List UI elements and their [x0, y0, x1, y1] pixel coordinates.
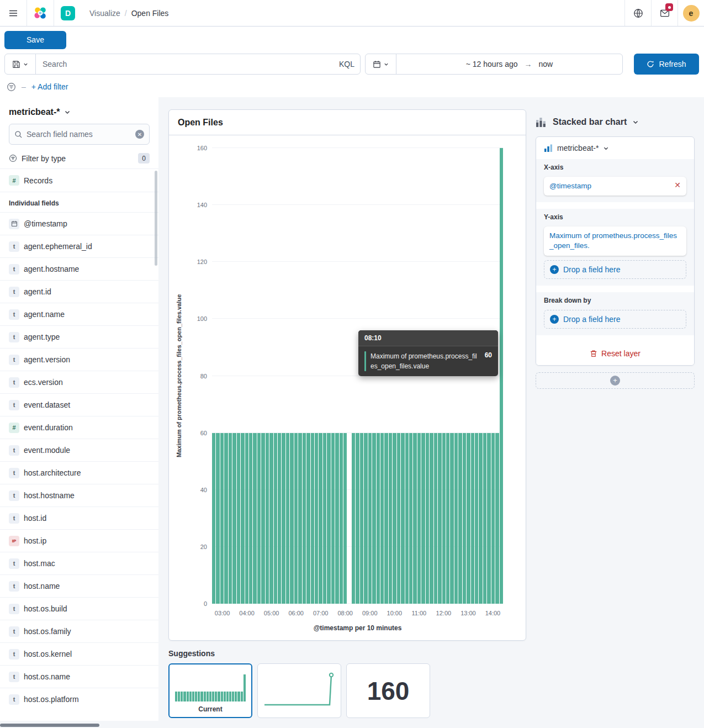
add-layer-button[interactable]: +	[610, 376, 620, 386]
bar-03:10[interactable]	[224, 433, 227, 604]
bar-04:30[interactable]	[257, 433, 261, 604]
records-field[interactable]: # Records	[0, 168, 158, 192]
bar-14:00[interactable]	[491, 433, 495, 604]
bar-06:10[interactable]	[298, 433, 301, 604]
field-item-agent.id[interactable]: tagent.id	[0, 280, 158, 303]
bar-05:50[interactable]	[290, 433, 293, 604]
bar-10:00[interactable]	[393, 433, 396, 604]
bar-03:30[interactable]	[232, 433, 236, 604]
time-range-start[interactable]: ~ 12 hours ago	[466, 60, 518, 68]
bar-09:10[interactable]	[372, 433, 375, 604]
bar-07:40[interactable]	[335, 433, 338, 604]
index-pattern-switcher[interactable]: metricbeat-*	[0, 97, 158, 123]
bar-06:50[interactable]	[315, 433, 318, 604]
space-badge[interactable]: D	[61, 6, 75, 20]
horizontal-scrollbar[interactable]	[0, 724, 99, 727]
chart-type-selector[interactable]: Stacked bar chart	[536, 116, 695, 128]
field-item-event.dataset[interactable]: tevent.dataset	[0, 393, 158, 416]
bar-03:50[interactable]	[241, 433, 244, 604]
suggestion-metric[interactable]: 160	[346, 663, 430, 718]
field-item-agent.type[interactable]: tagent.type	[0, 325, 158, 348]
field-search-input[interactable]	[27, 130, 131, 139]
field-item-agent.name[interactable]: tagent.name	[0, 303, 158, 325]
bar-05:20[interactable]	[278, 433, 281, 604]
refresh-button[interactable]: Refresh	[634, 54, 699, 75]
field-item-host.os.family[interactable]: thost.os.family	[0, 620, 158, 642]
bar-04:50[interactable]	[266, 433, 269, 604]
field-item-host.os.name[interactable]: thost.os.name	[0, 665, 158, 688]
bar-09:50[interactable]	[389, 433, 392, 604]
menu-button[interactable]	[0, 0, 27, 26]
reset-layer-button[interactable]: Reset layer	[536, 342, 694, 365]
bar-14:20[interactable]	[500, 148, 503, 604]
bar-09:30[interactable]	[380, 433, 384, 604]
bar-12:10[interactable]	[446, 433, 449, 604]
bar-09:40[interactable]	[384, 433, 388, 604]
bar-13:40[interactable]	[483, 433, 486, 604]
bar-08:50[interactable]	[364, 433, 367, 604]
bar-05:30[interactable]	[282, 433, 285, 604]
bar-12:40[interactable]	[458, 433, 462, 604]
bar-05:00[interactable]	[269, 433, 273, 604]
bar-08:00[interactable]	[343, 433, 347, 604]
field-item-ecs.version[interactable]: tecs.version	[0, 371, 158, 393]
field-item-event.duration[interactable]: #event.duration	[0, 416, 158, 439]
bar-06:00[interactable]	[294, 433, 298, 604]
break-down-drop-zone[interactable]: + Drop a field here	[544, 310, 686, 329]
field-item-host.architecture[interactable]: thost.architecture	[0, 461, 158, 484]
bar-08:10[interactable]	[347, 433, 351, 604]
bar-10:10[interactable]	[397, 433, 400, 604]
sidebar-scrollbar[interactable]	[155, 171, 157, 266]
field-item-agent.ephemeral_id[interactable]: tagent.ephemeral_id	[0, 235, 158, 257]
field-item-host.os.build[interactable]: thost.os.build	[0, 597, 158, 620]
bar-08:40[interactable]	[360, 433, 363, 604]
field-item-host.os.platform[interactable]: thost.os.platform	[0, 688, 158, 710]
date-quick-select-button[interactable]	[366, 54, 396, 74]
field-item-host.mac[interactable]: thost.mac	[0, 552, 158, 574]
elastic-home-button[interactable]	[27, 0, 54, 26]
field-item-host.id[interactable]: thost.id	[0, 507, 158, 529]
bar-05:40[interactable]	[286, 433, 289, 604]
layer-index-pattern-switcher[interactable]: metricbeat-*	[536, 137, 694, 159]
add-filter-button[interactable]: + Add filter	[31, 82, 68, 91]
breadcrumb-visualize[interactable]: Visualize	[89, 9, 120, 18]
suggestion-line-chart[interactable]	[257, 663, 341, 718]
bar-07:10[interactable]	[323, 433, 326, 604]
help-button[interactable]	[624, 0, 651, 26]
bar-14:10[interactable]	[495, 433, 499, 604]
bar-13:10[interactable]	[471, 433, 474, 604]
bar-05:10[interactable]	[274, 433, 277, 604]
bar-11:40[interactable]	[434, 433, 437, 604]
bar-10:30[interactable]	[405, 433, 409, 604]
x-axis-dimension[interactable]: @timestamp ✕	[544, 177, 686, 196]
bar-06:40[interactable]	[311, 433, 314, 604]
bar-10:40[interactable]	[409, 433, 412, 604]
bar-06:20[interactable]	[303, 433, 306, 604]
field-item-host.hostname[interactable]: thost.hostname	[0, 484, 158, 507]
bar-08:20[interactable]	[352, 433, 355, 604]
y-axis-dimension[interactable]: Maximum of prometheus.process_files_open…	[544, 226, 686, 255]
bar-11:20[interactable]	[426, 433, 429, 604]
search-input[interactable]	[36, 54, 334, 74]
bar-06:30[interactable]	[306, 433, 310, 604]
bar-11:10[interactable]	[421, 433, 425, 604]
kql-language-button[interactable]: KQL	[334, 54, 360, 74]
bar-10:50[interactable]	[413, 433, 416, 604]
notifications-button[interactable]	[651, 0, 677, 26]
y-axis-drop-zone[interactable]: + Drop a field here	[544, 260, 686, 279]
time-range-end[interactable]: now	[539, 60, 553, 68]
bar-02:40[interactable]	[212, 433, 215, 604]
save-button[interactable]: Save	[4, 31, 66, 49]
bar-10:20[interactable]	[401, 433, 404, 604]
bar-07:30[interactable]	[331, 433, 335, 604]
field-item-event.module[interactable]: tevent.module	[0, 439, 158, 461]
bar-08:30[interactable]	[356, 433, 359, 604]
bar-09:00[interactable]	[368, 433, 372, 604]
clear-search-icon[interactable]: ✕	[135, 130, 144, 139]
user-menu-button[interactable]: e	[677, 0, 704, 26]
remove-dimension-icon[interactable]: ✕	[674, 181, 681, 189]
bar-03:00[interactable]	[220, 433, 224, 604]
field-item-agent.hostname[interactable]: tagent.hostname	[0, 257, 158, 280]
bar-13:20[interactable]	[475, 433, 478, 604]
bar-04:40[interactable]	[261, 433, 264, 604]
